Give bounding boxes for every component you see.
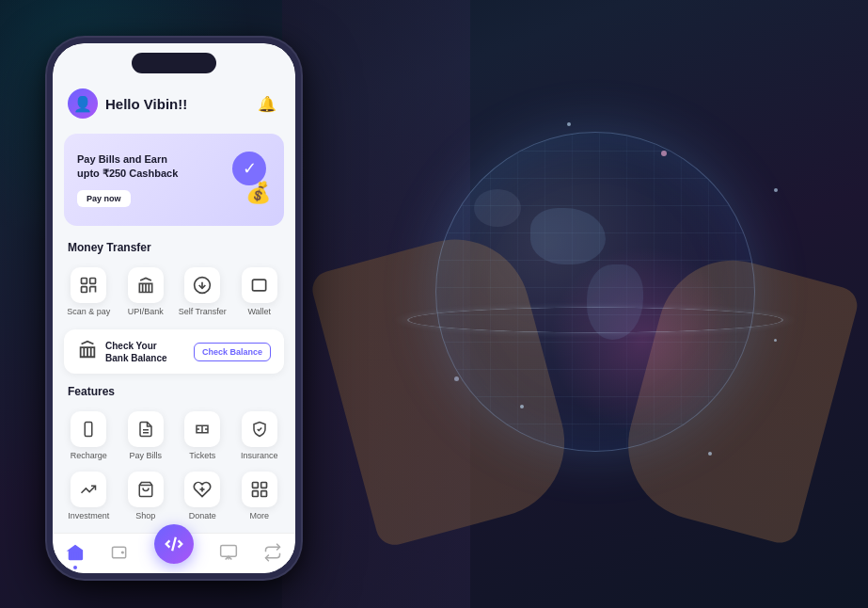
svg-rect-15	[260, 491, 266, 497]
donate-label: Donate	[189, 511, 216, 520]
bottom-navigation	[53, 533, 295, 573]
avatar-icon: 👤	[73, 95, 92, 113]
nav-transfer[interactable]	[263, 543, 282, 562]
check-balance-button[interactable]: Check Balance	[194, 343, 271, 361]
user-avatar[interactable]: 👤	[68, 88, 98, 119]
investment-label: Investment	[68, 511, 109, 520]
donate-icon	[184, 472, 220, 507]
promo-banner[interactable]: Pay Bills and Earn upto ₹250 Cashback Pa…	[64, 134, 284, 226]
pay-bills-icon	[128, 411, 164, 447]
shop-item[interactable]: Shop	[118, 466, 175, 526]
svg-rect-1	[90, 279, 96, 284]
tickets-label: Tickets	[189, 451, 215, 460]
app-header: 👤 Hello Vibin!! 🔔	[53, 81, 295, 126]
money-transfer-title: Money Transfer	[53, 233, 295, 258]
investment-icon	[71, 472, 106, 507]
insurance-item[interactable]: Insurance	[231, 406, 289, 466]
banner-title: Pay Bills and Earn upto ₹250 Cashback	[77, 152, 205, 182]
more-label: More	[249, 511, 269, 520]
features-title: Features	[53, 377, 295, 402]
scan-pay-item[interactable]: Scan & pay	[60, 262, 118, 322]
donate-item[interactable]: Donate	[174, 466, 231, 526]
upi-bank-icon	[128, 267, 164, 303]
notification-bell[interactable]: 🔔	[254, 90, 280, 117]
more-icon	[242, 472, 277, 507]
self-transfer-label: Self Transfer	[179, 307, 227, 316]
svg-rect-2	[82, 287, 87, 293]
self-transfer-item[interactable]: Self Transfer	[174, 262, 231, 322]
phone-frame: 👤 Hello Vibin!! 🔔 Pay Bills and Earn upt…	[47, 38, 301, 579]
screen-content: 👤 Hello Vibin!! 🔔 Pay Bills and Earn upt…	[53, 43, 295, 533]
shop-icon	[128, 472, 164, 507]
bank-balance-row[interactable]: Check Your Bank Balance Check Balance	[64, 329, 284, 374]
insurance-icon	[242, 411, 277, 447]
banner-content: Pay Bills and Earn upto ₹250 Cashback Pa…	[77, 152, 205, 208]
phone-screen: 👤 Hello Vibin!! 🔔 Pay Bills and Earn upt…	[53, 43, 295, 573]
wallet-icon	[242, 267, 277, 303]
bank-info: Check Your Bank Balance	[77, 339, 167, 364]
upi-bank-label: UPI/Bank	[128, 307, 164, 316]
tickets-item[interactable]: Tickets	[174, 406, 231, 466]
pay-now-button[interactable]: Pay now	[77, 190, 131, 207]
svg-rect-17	[221, 546, 237, 557]
nav-wallet[interactable]	[110, 543, 129, 562]
svg-point-16	[121, 552, 123, 553]
wallet-label: Wallet	[247, 307, 271, 316]
svg-rect-14	[252, 491, 258, 497]
phone-notch	[132, 53, 216, 73]
recharge-item[interactable]: Recharge	[60, 406, 118, 466]
bank-balance-text: Check Your Bank Balance	[105, 340, 167, 364]
nav-center-button[interactable]	[154, 524, 194, 564]
phone-wrapper: 👤 Hello Vibin!! 🔔 Pay Bills and Earn upt…	[47, 38, 301, 584]
wallet-item[interactable]: Wallet	[231, 262, 289, 322]
insurance-label: Insurance	[241, 451, 278, 460]
scan-pay-icon	[71, 267, 106, 303]
globe-visual	[379, 75, 812, 546]
nav-stats[interactable]	[219, 543, 238, 562]
features-grid: Recharge Pay Bills Tickets	[53, 402, 295, 530]
pay-bills-item[interactable]: Pay Bills	[118, 406, 175, 466]
self-transfer-icon	[184, 267, 220, 303]
globe-sphere	[435, 132, 755, 452]
svg-rect-0	[82, 279, 87, 284]
svg-rect-5	[86, 423, 93, 437]
tickets-icon	[184, 411, 220, 447]
money-transfer-grid: Scan & pay UPI/Bank Self Transfer	[53, 258, 295, 326]
scan-pay-label: Scan & pay	[67, 307, 110, 316]
banner-icon-area: ✓ 💰	[205, 147, 271, 213]
banner-coins-icon: 💰	[245, 181, 271, 205]
pay-bills-label: Pay Bills	[129, 451, 162, 460]
greeting-text: Hello Vibin!!	[105, 96, 254, 112]
recharge-label: Recharge	[71, 451, 107, 460]
shop-label: Shop	[135, 511, 155, 520]
more-item[interactable]: More	[231, 466, 289, 526]
recharge-icon	[71, 411, 106, 447]
svg-rect-13	[260, 483, 266, 488]
upi-bank-item[interactable]: UPI/Bank	[118, 262, 175, 322]
svg-rect-12	[252, 483, 258, 488]
bank-building-icon	[77, 339, 98, 364]
nav-home[interactable]	[66, 543, 85, 562]
investment-item[interactable]: Investment	[60, 466, 118, 526]
